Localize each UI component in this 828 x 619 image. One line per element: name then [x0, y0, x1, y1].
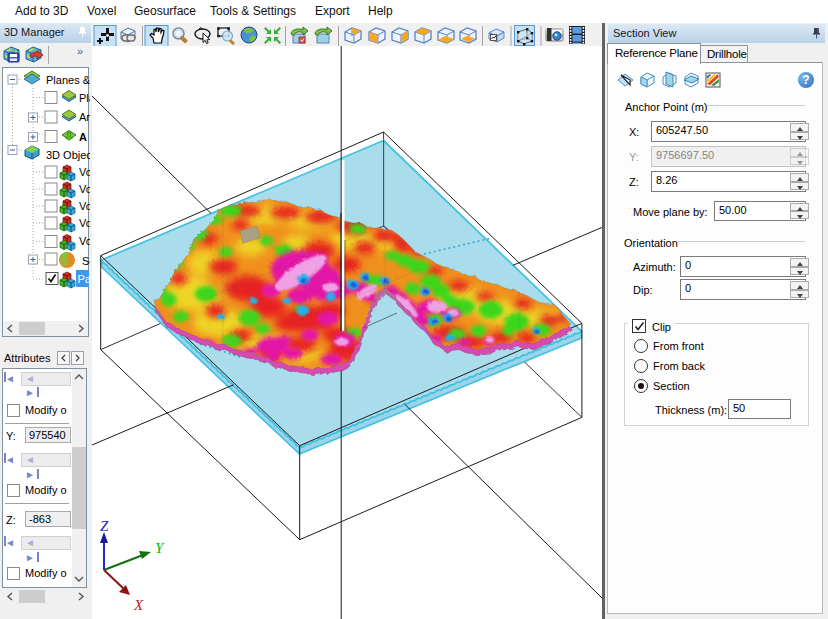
svg-text:An: An	[79, 111, 90, 123]
svg-text:3D Objec: 3D Objec	[46, 149, 90, 161]
svg-text:Pa: Pa	[78, 273, 91, 285]
svg-text:Pla: Pla	[79, 92, 90, 104]
svg-text:Vo: Vo	[79, 183, 90, 195]
svg-text:Z: Z	[100, 518, 109, 534]
svg-text:A: A	[79, 131, 87, 143]
svg-text:Vo: Vo	[79, 235, 90, 247]
svg-text:Vo: Vo	[79, 166, 90, 178]
svg-text:Y: Y	[155, 540, 165, 556]
svg-text:Se: Se	[82, 255, 90, 267]
svg-text:Vo: Vo	[79, 217, 90, 229]
svg-text:X: X	[133, 597, 144, 613]
svg-text:Planes & G: Planes & G	[46, 74, 90, 86]
svg-text:Vo: Vo	[79, 200, 90, 212]
